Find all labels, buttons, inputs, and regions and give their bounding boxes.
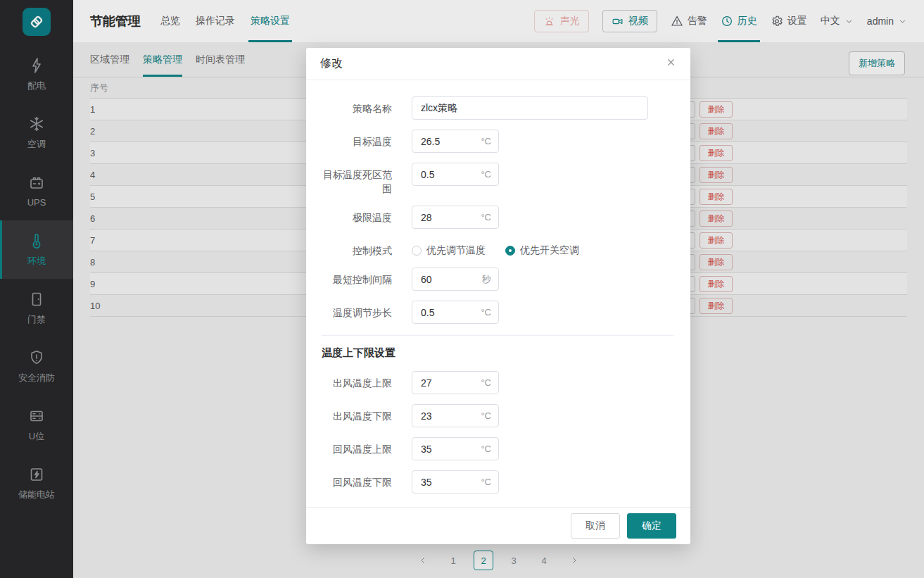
form-field-return-temp-upper: 回风温度上限°C xyxy=(322,437,673,460)
field-label: 极限温度 xyxy=(322,206,392,229)
field-label: 目标温度死区范围 xyxy=(322,163,392,196)
modal-body: 策略名称目标温度°C目标温度死区范围°C极限温度°C控制模式优先调节温度优先开关… xyxy=(306,80,690,507)
field-label: 控制模式 xyxy=(322,239,392,258)
unit-label: 秒 xyxy=(482,268,491,291)
form-field-target-temperature: 目标温度°C xyxy=(322,130,673,153)
radio-label: 优先开关空调 xyxy=(520,244,579,257)
radio-unselected-icon[interactable] xyxy=(412,246,422,256)
cancel-button[interactable]: 取消 xyxy=(571,513,620,539)
radio-selected-icon[interactable] xyxy=(505,246,515,256)
unit-label: °C xyxy=(481,206,491,229)
form-fields: 策略名称目标温度°C目标温度死区范围°C极限温度°C控制模式优先调节温度优先开关… xyxy=(322,96,673,324)
input-wrapper: °C xyxy=(412,404,499,427)
form-field-target-temperature-deadband: 目标温度死区范围°C xyxy=(322,163,673,196)
edit-policy-modal: 修改 策略名称目标温度°C目标温度死区范围°C极限温度°C控制模式优先调节温度优… xyxy=(306,48,690,544)
form-field-temperature-step: 温度调节步长°C xyxy=(322,301,673,324)
input-wrapper: °C xyxy=(412,470,499,494)
field-label: 温度调节步长 xyxy=(322,301,392,324)
input-wrapper xyxy=(412,96,648,120)
input-wrapper: °C xyxy=(412,371,499,394)
unit-label: °C xyxy=(481,163,491,186)
input-wrapper: 秒 xyxy=(412,268,499,291)
form-field-return-temp-lower: 回风温度下限°C xyxy=(322,470,673,494)
input-wrapper: °C xyxy=(412,130,499,153)
unit-label: °C xyxy=(481,371,491,394)
form-field-policy-name: 策略名称 xyxy=(322,96,673,120)
field-label: 最短控制间隔 xyxy=(322,268,392,291)
form-field-min-control-interval: 最短控制间隔秒 xyxy=(322,268,673,291)
close-icon[interactable] xyxy=(666,57,676,70)
form-field-outlet-temp-lower: 出风温度下限°C xyxy=(322,404,673,427)
modal-footer: 取消 确定 xyxy=(306,507,690,544)
unit-label: °C xyxy=(481,404,491,427)
form-field-control-mode: 控制模式优先调节温度优先开关空调 xyxy=(322,239,673,258)
unit-label: °C xyxy=(481,437,491,460)
unit-label: °C xyxy=(481,470,491,494)
modal-title: 修改 xyxy=(320,56,343,71)
field-label: 回风温度下限 xyxy=(322,470,392,494)
radio-label: 优先调节温度 xyxy=(426,244,486,257)
section-title: 温度上下限设置 xyxy=(322,346,673,360)
input-wrapper: °C xyxy=(412,301,499,324)
control-mode-radio-group: 优先调节温度优先开关空调 xyxy=(412,239,579,258)
field-label: 目标温度 xyxy=(322,130,392,153)
field-label: 回风温度上限 xyxy=(322,437,392,460)
field-label: 出风温度下限 xyxy=(322,404,392,427)
input-wrapper: °C xyxy=(412,437,499,460)
field-label: 策略名称 xyxy=(322,96,392,120)
form-field-limit-temperature: 极限温度°C xyxy=(322,206,673,229)
unit-label: °C xyxy=(481,130,491,153)
limit-form-fields: 出风温度上限°C出风温度下限°C回风温度上限°C回风温度下限°C xyxy=(322,371,673,494)
modal-header: 修改 xyxy=(306,48,690,80)
radio-option[interactable]: 优先开关空调 xyxy=(505,244,579,257)
input-wrapper: °C xyxy=(412,163,499,196)
field-label: 出风温度上限 xyxy=(322,371,392,394)
form-field-outlet-temp-upper: 出风温度上限°C xyxy=(322,371,673,394)
section-divider xyxy=(322,335,673,336)
confirm-button[interactable]: 确定 xyxy=(627,513,676,539)
input-wrapper: °C xyxy=(412,206,499,229)
radio-option[interactable]: 优先调节温度 xyxy=(412,244,486,257)
unit-label: °C xyxy=(481,301,491,324)
policy-name-input[interactable] xyxy=(412,96,648,120)
